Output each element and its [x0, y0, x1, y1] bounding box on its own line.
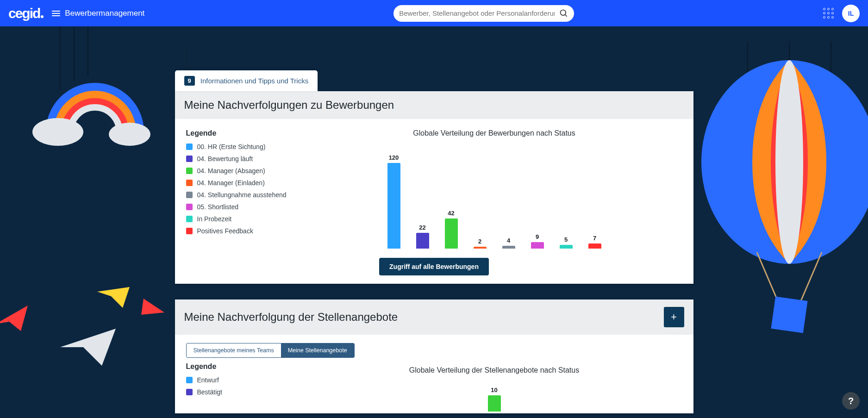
bar-col: 42 [445, 210, 458, 249]
legend-swatch [186, 180, 193, 186]
app-header: cegid Bewerbermanagement IL [0, 0, 868, 26]
legend-item[interactable]: In Probezeit [186, 215, 293, 223]
legend-label: Entwurf [197, 376, 219, 384]
bar[interactable] [531, 242, 544, 249]
applications-panel: Meine Nachverfolgungen zu Bewerbungen Le… [175, 91, 693, 284]
bar-value: 7 [593, 235, 596, 242]
paper-planes-illustration [0, 287, 167, 370]
legend-item[interactable]: 04. Stellungnahme ausstehend [186, 191, 293, 199]
chart-title: Globale Verteilung der Bewerbungen nach … [309, 129, 680, 137]
applications-legend: Legende 00. HR (Erste Sichtung)04. Bewer… [175, 129, 305, 250]
legend-item[interactable]: 05. Shortlisted [186, 203, 293, 211]
bar-col: 22 [416, 224, 429, 249]
legend-swatch [186, 143, 193, 150]
legend-heading: Legende [186, 362, 293, 371]
bar-col: 2 [474, 238, 487, 249]
legend-label: 04. Manager (Absagen) [197, 167, 265, 175]
legend-item[interactable]: 00. HR (Erste Sichtung) [186, 143, 293, 150]
bar-col: 9 [531, 233, 544, 249]
jobs-tabs: Stellenangebote meines Teams Meine Stell… [186, 343, 355, 358]
bar-col: 4 [502, 237, 515, 249]
bar-value: 42 [448, 210, 454, 217]
rainbow-illustration [32, 25, 157, 155]
logo: cegid [8, 6, 44, 20]
svg-marker-15 [0, 306, 28, 331]
bar [488, 395, 501, 412]
tips-count-badge: 9 [184, 76, 195, 86]
tab-team-jobs[interactable]: Stellenangebote meines Teams [187, 343, 281, 357]
svg-marker-17 [97, 287, 130, 308]
tips-tab[interactable]: 9 Informationen und Tipps und Tricks [175, 70, 318, 91]
bar-value: 10 [491, 387, 497, 393]
legend-label: Bestätigt [197, 388, 222, 396]
add-job-button[interactable]: + [664, 307, 684, 327]
bar[interactable] [588, 243, 601, 249]
legend-label: 04. Bewertung läuft [197, 155, 253, 162]
bar-col: 120 [387, 154, 400, 249]
legend-label: 04. Stellungnahme ausstehend [197, 191, 287, 199]
bar[interactable] [474, 247, 487, 249]
bar-value: 9 [536, 233, 539, 240]
bar-value: 5 [564, 236, 568, 243]
bar[interactable] [502, 246, 515, 249]
svg-point-6 [109, 123, 150, 146]
legend-swatch [186, 216, 193, 222]
access-all-applications-button[interactable]: Zugriff auf alle Bewerbungen [379, 258, 489, 275]
module-menu[interactable]: Bewerbermanagement [52, 9, 144, 18]
bar-value: 2 [478, 238, 481, 245]
svg-line-13 [801, 252, 822, 301]
svg-point-11 [775, 60, 803, 264]
legend-item[interactable]: Entwurf [186, 376, 293, 384]
legend-label: 00. HR (Erste Sichtung) [197, 143, 266, 150]
bar-value: 4 [507, 237, 510, 244]
bar[interactable] [387, 163, 400, 249]
apps-launcher-icon[interactable] [823, 8, 834, 19]
legend-item[interactable]: Positives Feedback [186, 227, 293, 235]
legend-heading: Legende [186, 129, 293, 137]
search-input[interactable] [399, 9, 555, 17]
svg-rect-14 [771, 296, 807, 333]
user-avatar[interactable]: IL [842, 5, 860, 22]
bar[interactable] [560, 245, 573, 249]
svg-line-12 [757, 252, 778, 301]
bar-col: 7 [588, 235, 601, 249]
jobs-legend: Legende EntwurfBestätigt [175, 362, 305, 413]
applications-title: Meine Nachverfolgungen zu Bewerbungen [175, 91, 693, 119]
legend-item[interactable]: 04. Manager (Absagen) [186, 167, 293, 175]
svg-point-10 [701, 60, 868, 264]
tab-my-jobs[interactable]: Meine Stellenangebote [281, 343, 354, 357]
legend-swatch [186, 228, 193, 234]
legend-swatch [186, 389, 193, 395]
bar-value: 22 [419, 224, 425, 231]
search-icon [559, 9, 568, 18]
applications-chart: Globale Verteilung der Bewerbungen nach … [305, 129, 693, 250]
jobs-chart: Globale Verteilung der Stellenangebote n… [305, 362, 693, 413]
module-name: Bewerbermanagement [65, 9, 144, 18]
legend-swatch [186, 156, 193, 162]
legend-swatch [186, 168, 193, 174]
svg-marker-18 [141, 299, 164, 315]
balloon-illustration [692, 42, 868, 366]
svg-marker-16 [60, 329, 116, 366]
svg-line-1 [565, 14, 567, 16]
jobs-panel: Meine Nachverfolgung der Stellenangebote… [175, 299, 693, 413]
legend-swatch [186, 192, 193, 198]
svg-point-0 [561, 10, 566, 15]
global-search[interactable] [393, 5, 574, 22]
tips-label: Informationen und Tipps und Tricks [200, 77, 308, 85]
legend-item[interactable]: 04. Manager (Einladen) [186, 179, 293, 187]
bar-col: 5 [560, 236, 573, 249]
legend-label: 05. Shortlisted [197, 203, 239, 211]
legend-item[interactable]: 04. Bewertung läuft [186, 155, 293, 162]
jobs-title: Meine Nachverfolgung der Stellenangebote [184, 311, 398, 324]
legend-swatch [186, 204, 193, 210]
legend-swatch [186, 377, 193, 383]
bar-value: 120 [389, 154, 399, 161]
chart-title: Globale Verteilung der Stellenangebote n… [309, 366, 680, 374]
legend-label: 04. Manager (Einladen) [197, 179, 265, 187]
help-fab[interactable]: ? [842, 392, 860, 410]
bar[interactable] [445, 218, 458, 249]
legend-label: In Probezeit [197, 215, 232, 223]
legend-item[interactable]: Bestätigt [186, 388, 293, 396]
bar[interactable] [416, 233, 429, 249]
